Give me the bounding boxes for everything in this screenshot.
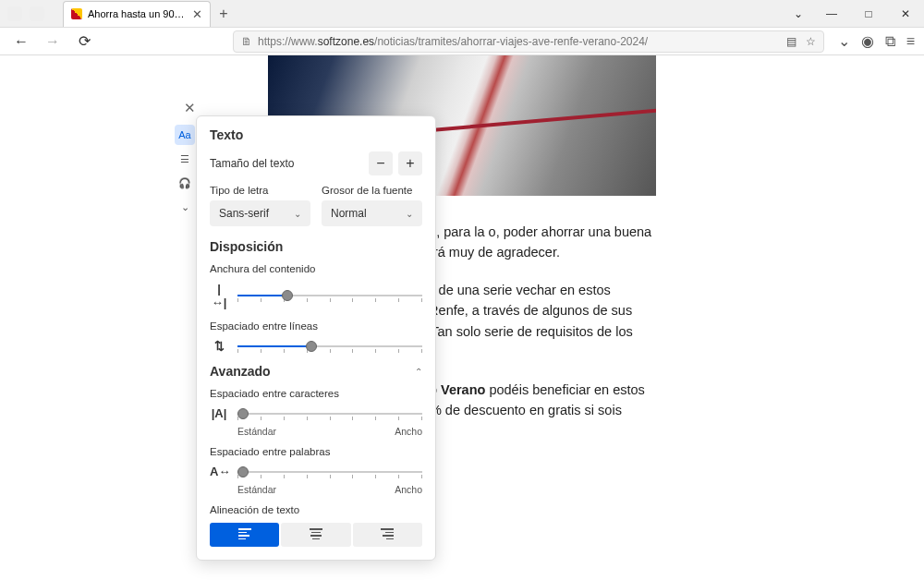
width-icon: |↔|: [210, 282, 228, 309]
align-right-button[interactable]: [353, 523, 422, 547]
slider-max-label: Ancho: [395, 484, 422, 495]
word-spacing-icon: A↔: [210, 465, 228, 478]
close-tab-icon[interactable]: ✕: [192, 7, 202, 21]
tab-title: Ahorra hasta un 90% en tus via: [88, 8, 187, 19]
font-weight-label: Grosor de la fuente: [322, 185, 422, 196]
decrease-text-button[interactable]: −: [369, 151, 393, 175]
increase-text-button[interactable]: +: [398, 151, 422, 175]
menu-icon[interactable]: ≡: [906, 33, 915, 50]
slider-max-label: Ancho: [395, 426, 422, 437]
chevron-down-icon: ⌄: [406, 209, 413, 219]
minimize-button[interactable]: —: [813, 0, 850, 28]
url-text: https://www.softzone.es/noticias/tramite…: [258, 35, 648, 48]
panel-title: Texto: [210, 127, 422, 142]
word-spacing-slider[interactable]: [237, 465, 422, 478]
line-spacing-slider[interactable]: [237, 340, 422, 353]
content-width-label: Anchura del contenido: [210, 263, 422, 274]
char-spacing-icon: |A|: [210, 406, 228, 420]
titlebar: Ahorra hasta un 90% en tus via ✕ + ⌄ — □…: [0, 0, 924, 28]
text-size-label: Tamaño del texto: [210, 157, 294, 170]
close-reader-button[interactable]: ✕: [181, 100, 198, 116]
back-button[interactable]: ←: [9, 30, 33, 54]
reader-tab-pocket[interactable]: ⌄: [175, 197, 195, 217]
reader-tab-text[interactable]: Aa: [175, 125, 195, 145]
reader-tab-narrate[interactable]: 🎧: [175, 173, 195, 193]
tabs-dropdown-icon[interactable]: ⌄: [784, 0, 813, 28]
reader-mode-icon[interactable]: 🗎: [241, 35, 252, 48]
close-window-button[interactable]: ✕: [887, 0, 924, 28]
align-left-button[interactable]: [210, 523, 279, 547]
font-weight-select[interactable]: Normal ⌄: [322, 200, 422, 226]
content-width-slider[interactable]: [237, 289, 422, 302]
favicon-icon: [71, 8, 82, 19]
app-menu-icon[interactable]: [7, 6, 22, 21]
advanced-toggle[interactable]: Avanzado ⌃: [210, 364, 422, 379]
reader-text-panel: Texto Tamaño del texto − + Tipo de letra…: [196, 115, 436, 561]
forward-button[interactable]: →: [41, 30, 65, 54]
pocket-icon[interactable]: ⌄: [838, 32, 850, 50]
toolbar: ← → ⟳ 🗎 https://www.softzone.es/noticias…: [0, 28, 924, 55]
line-spacing-label: Espaciado entre líneas: [210, 320, 422, 332]
layout-heading: Disposición: [210, 239, 422, 254]
align-center-button[interactable]: [281, 523, 350, 547]
font-type-label: Tipo de letra: [210, 185, 310, 196]
new-tab-button[interactable]: +: [211, 1, 237, 27]
sidebar-toggle-icon[interactable]: [30, 6, 44, 21]
reader-icon[interactable]: ▤: [786, 35, 796, 48]
char-spacing-slider[interactable]: [237, 407, 422, 420]
reader-sidebar-tabs: Aa ☰ 🎧 ⌄: [175, 125, 197, 217]
bookmark-icon[interactable]: ☆: [806, 35, 816, 48]
word-spacing-label: Espaciado entre palabras: [210, 446, 422, 457]
maximize-button[interactable]: □: [850, 0, 887, 28]
chevron-down-icon: ⌄: [294, 209, 301, 219]
chevron-up-icon: ⌃: [415, 367, 422, 377]
char-spacing-label: Espaciado entre caracteres: [210, 388, 422, 399]
slider-min-label: Estándar: [237, 426, 276, 437]
extensions-icon[interactable]: ⧉: [885, 33, 895, 50]
text-align-label: Alineación de texto: [210, 504, 422, 515]
reader-tab-theme[interactable]: ☰: [175, 149, 195, 169]
slider-min-label: Estándar: [237, 484, 276, 495]
line-height-icon: ⇅: [210, 339, 228, 353]
font-type-select[interactable]: Sans-serif ⌄: [210, 200, 310, 226]
reload-button[interactable]: ⟳: [72, 30, 96, 54]
browser-tab[interactable]: Ahorra hasta un 90% en tus via ✕: [63, 1, 211, 27]
address-bar[interactable]: 🗎 https://www.softzone.es/noticias/trami…: [233, 30, 824, 53]
account-icon[interactable]: ◉: [861, 32, 874, 50]
